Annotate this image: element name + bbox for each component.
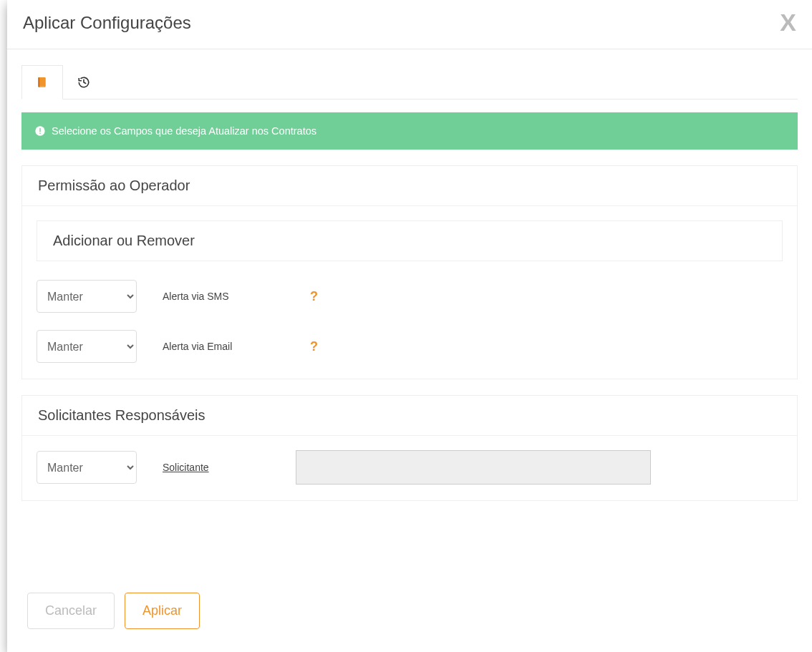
- label-solicitante[interactable]: Solicitante: [163, 462, 270, 473]
- panel-heading-permissao: Permissão ao Operador: [22, 166, 797, 206]
- label-alerta-email: Alerta via Email: [163, 341, 270, 352]
- sub-heading-add-remove: Adicionar ou Remover: [37, 220, 783, 261]
- close-icon[interactable]: X: [780, 10, 796, 34]
- modal-body: Selecione os Campos que deseja Atualizar…: [7, 49, 812, 580]
- svg-rect-4: [39, 133, 40, 134]
- select-solicitante[interactable]: Manter: [37, 451, 137, 484]
- modal-header: Aplicar Configurações X: [7, 0, 812, 49]
- tab-history[interactable]: [63, 65, 105, 99]
- panel-body-permissao: Adicionar ou Remover Manter Alerta via S…: [22, 206, 797, 379]
- modal-title: Aplicar Configurações: [23, 13, 191, 33]
- info-alert: Selecione os Campos que deseja Atualizar…: [21, 112, 798, 150]
- tab-main[interactable]: [21, 65, 63, 99]
- panel-heading-solicitantes: Solicitantes Responsáveis: [22, 396, 797, 436]
- alert-text: Selecione os Campos que deseja Atualizar…: [52, 125, 316, 137]
- help-icon[interactable]: ?: [310, 339, 318, 354]
- row-solicitante: Manter Solicitante: [37, 450, 783, 485]
- svg-rect-0: [39, 77, 46, 86]
- modal-footer: Cancelar Aplicar: [7, 580, 812, 652]
- row-alerta-email: Manter Alerta via Email ?: [37, 330, 783, 363]
- panel-permissao-operador: Permissão ao Operador Adicionar ou Remov…: [21, 165, 798, 379]
- select-alerta-sms[interactable]: Manter: [37, 280, 137, 313]
- book-icon: [36, 76, 49, 89]
- panel-body-solicitantes: Manter Solicitante: [22, 436, 797, 500]
- cancel-button[interactable]: Cancelar: [27, 593, 115, 629]
- row-alerta-sms: Manter Alerta via SMS ?: [37, 280, 783, 313]
- apply-settings-modal: Aplicar Configurações X: [7, 0, 812, 652]
- apply-button[interactable]: Aplicar: [125, 593, 200, 629]
- help-icon[interactable]: ?: [310, 289, 318, 304]
- tab-bar: [21, 65, 798, 99]
- label-alerta-sms: Alerta via SMS: [163, 291, 270, 302]
- history-icon: [77, 76, 90, 89]
- svg-rect-3: [39, 128, 40, 132]
- svg-rect-1: [39, 77, 40, 87]
- select-alerta-email[interactable]: Manter: [37, 330, 137, 363]
- solicitante-input[interactable]: [296, 450, 651, 485]
- exclaim-icon: [34, 125, 46, 137]
- panel-solicitantes: Solicitantes Responsáveis Manter Solicit…: [21, 395, 798, 501]
